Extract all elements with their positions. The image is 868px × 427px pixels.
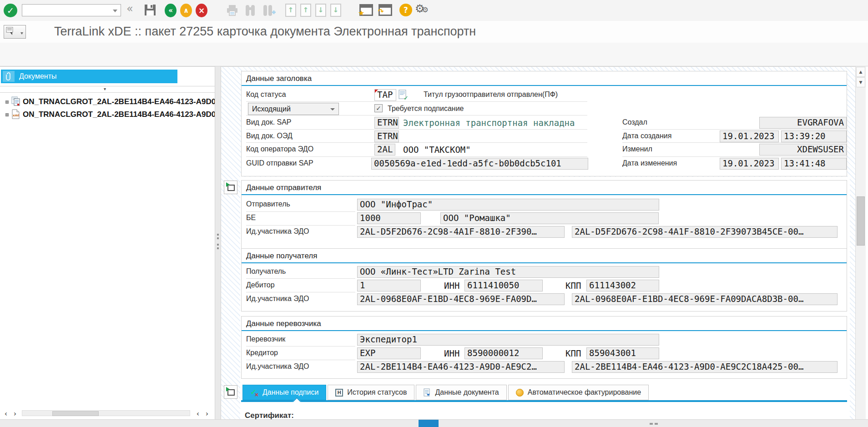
print-icon[interactable]	[226, 4, 238, 16]
tree-horizontal-scrollbar: ‹ › ‹ ›	[0, 408, 215, 419]
tree-item-document[interactable]: ON_TRNACLGROT_2AL-2BE114B4-EA46-4123-A9D…	[0, 95, 215, 108]
collapse-chevrons-icon[interactable]: «	[126, 3, 133, 14]
enter-check-icon[interactable]: ✓	[4, 4, 17, 17]
first-page-icon[interactable]: ↑	[285, 4, 296, 17]
back-icon[interactable]: «	[165, 4, 177, 17]
find-next-icon[interactable]	[262, 4, 276, 17]
inn-field[interactable]: 6111410050	[464, 280, 543, 291]
gui-actions-icon[interactable]: ↷	[378, 4, 392, 16]
company-name-field[interactable]: ООО "Ромашка"	[440, 212, 659, 224]
chevron-down-icon[interactable]	[113, 10, 117, 12]
carrier-field[interactable]: Экспедитор1	[357, 334, 659, 346]
sender-data-group: Данные отправителя Отправитель ООО "Инфо…	[241, 180, 847, 249]
services-dropdown-icon[interactable]	[19, 25, 26, 39]
next-page-icon[interactable]: ↓	[315, 4, 326, 17]
tabstrip-underline	[241, 400, 847, 402]
scroll-left-icon[interactable]: ‹	[194, 409, 202, 418]
previous-page-icon[interactable]: ↑	[300, 4, 311, 17]
edo-participant-field-2[interactable]: 2AL-D5F2D676-2C98-4A1F-8810-2F39073B45CE…	[572, 226, 838, 238]
application-toolbar: ⟳ STOP Аннулировать Привязать к БО Выгру…	[0, 43, 868, 66]
company-code-label: БЕ	[246, 214, 256, 222]
title-bar: TerraLink xDE :: пакет 27255 карточка до…	[0, 21, 868, 43]
system-toolbar: ✓ « « ∧ × ↑ ↑ ↓ ↓ ★ ↷ ? ⚙⚙	[0, 0, 868, 21]
create-shortcut-icon[interactable]: ★	[359, 4, 373, 16]
up-exit-icon[interactable]: ∧	[180, 4, 192, 17]
edo-participant-field-1[interactable]: 2AL-2BE114B4-EA46-4123-A9D0-AE9C2…	[357, 361, 565, 373]
carrier-label: Перевозчик	[246, 335, 285, 343]
doc-type-oed-field[interactable]: ETRN	[374, 131, 399, 142]
created-time-field[interactable]: 13:39:20	[781, 131, 847, 142]
edo-participant-field-1[interactable]: 2AL-D5F2D676-2C98-4A1F-8810-2F390…	[357, 226, 565, 238]
changed-by-field[interactable]: XDEWSUSER	[759, 144, 847, 156]
command-input[interactable]	[22, 4, 121, 16]
panel-divider[interactable]: ▾	[0, 86, 215, 93]
bottom-strip	[0, 419, 868, 427]
documents-panel-header[interactable]: Документы	[1, 70, 177, 83]
coin-icon	[516, 389, 524, 397]
tab-document-data[interactable]: Данные документа	[416, 385, 506, 400]
doc-type-sap-field[interactable]: ETRN	[374, 117, 399, 129]
created-by-field[interactable]: EVGRAFOVA	[759, 117, 847, 129]
scroll-left-icon[interactable]: ‹	[2, 409, 10, 418]
status-document-icon[interactable]: ✓	[398, 89, 409, 101]
services-for-object-icon[interactable]	[4, 25, 20, 39]
help-icon[interactable]: ?	[399, 4, 412, 16]
tab-status-history[interactable]: H История статусов	[328, 385, 414, 400]
last-page-icon[interactable]: ↓	[330, 4, 341, 17]
hscroll-thumb[interactable]	[52, 411, 99, 416]
kpp-field[interactable]: 611143002	[586, 280, 659, 291]
taskbar-mark	[650, 423, 653, 425]
find-icon[interactable]	[244, 4, 257, 17]
tree-item-xml[interactable]: xml ON_TRNACLGROT_2AL-2BE114B4-EA46-4123…	[0, 108, 215, 121]
section-title: Данные заголовка	[246, 74, 312, 83]
vertical-scrollbar[interactable]: ▲ ▼	[855, 66, 866, 419]
company-code-field[interactable]: 1000	[357, 212, 421, 224]
hscroll-track[interactable]	[22, 410, 190, 416]
scroll-right-icon[interactable]: ›	[11, 409, 19, 418]
vscroll-thumb[interactable]	[857, 196, 865, 246]
scroll-down-icon[interactable]: ▼	[856, 77, 865, 87]
creditor-field[interactable]: EXP	[357, 347, 421, 359]
scroll-up-icon[interactable]: ▲	[856, 67, 865, 77]
status-code-input[interactable]: TAP	[374, 89, 396, 101]
collapse-arrow-icon[interactable]: ▾	[104, 87, 106, 91]
edo-operator-field[interactable]: 2AL	[374, 144, 395, 156]
tab-auto-invoicing[interactable]: Автоматическое фактурирование	[508, 385, 649, 400]
panel-splitter[interactable]	[215, 66, 221, 419]
inn-field[interactable]: 8590000012	[464, 347, 543, 359]
guid-field[interactable]: 0050569a-e1ed-1edd-a5fc-b0b0dcb5c101	[371, 158, 588, 170]
direction-dropdown[interactable]: Исходящий	[248, 103, 339, 115]
edo-participant-field-1[interactable]: 2AL-0968E0AF-E1BD-4EC8-969E-FA09D…	[357, 293, 565, 305]
edo-participant-field-2[interactable]: 2AL-0968E0AF-E1BD-4EC8-969E-FA09DACA8D3B…	[572, 293, 838, 305]
expand-section-button[interactable]	[224, 181, 237, 194]
section-title: Данные перевозчика	[246, 319, 321, 328]
tree-item-label: ON_TRNACLGROT_2AL-2BE114B4-EA46-4123-A9D…	[23, 110, 215, 119]
edo-participant-field-2[interactable]: 2AL-2BE114B4-EA46-4123-A9D0-AE9C2C18A425…	[572, 361, 838, 373]
receiver-field[interactable]: ООО «Линк-Тест»LTD Zarina Test	[357, 266, 659, 278]
debtor-field[interactable]: 1	[357, 280, 421, 291]
kpp-field[interactable]: 859043001	[586, 347, 659, 359]
kpp-label: КПП	[565, 348, 581, 358]
expand-section-button[interactable]	[224, 385, 237, 399]
save-icon[interactable]	[144, 4, 156, 16]
taskbar-active-segment[interactable]	[419, 420, 439, 427]
inn-label: ИНН	[444, 281, 459, 291]
creditor-label: Кредитор	[246, 349, 278, 357]
section-title: Данные получателя	[246, 251, 317, 261]
signing-required-label: Требуется подписание	[388, 105, 464, 113]
customize-layout-icon[interactable]: ⚙⚙	[415, 3, 429, 14]
signing-required-checkbox[interactable]: ✓	[374, 104, 383, 112]
sender-field[interactable]: ООО "ИнфоТрас"	[357, 199, 659, 211]
sap-window: ✓ « « ∧ × ↑ ↑ ↓ ↓ ★ ↷ ? ⚙⚙	[0, 0, 868, 427]
edo-participant-label: Ид.участника ЭДО	[246, 295, 309, 303]
created-date-field[interactable]: 19.01.2023	[720, 131, 779, 142]
scroll-right-icon[interactable]: ›	[203, 409, 211, 418]
carrier-data-group: Данные перевозчика Перевозчик Экспедитор…	[241, 316, 847, 379]
section-rule	[242, 330, 847, 331]
cancel-icon[interactable]: ×	[196, 4, 207, 17]
section-rule	[242, 262, 847, 263]
changed-date-field[interactable]: 19.01.2023	[720, 158, 779, 170]
tab-signature-data[interactable]: ✓ × Данные подписи	[242, 385, 326, 400]
changed-time-field[interactable]: 13:41:48	[781, 158, 847, 170]
edo-operator-label: Код оператора ЭДО	[246, 145, 313, 153]
